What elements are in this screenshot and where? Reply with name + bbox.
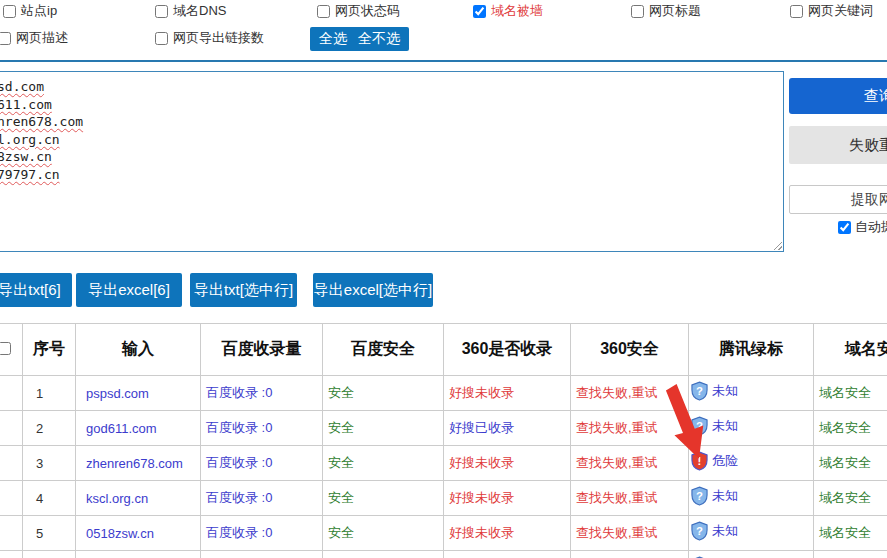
domain-line: nren678.com (0, 113, 783, 131)
select-all-rows-checkbox[interactable] (0, 342, 11, 355)
domain-link[interactable]: zhenren678.com (86, 456, 183, 471)
filter-option[interactable]: 网页标题 (631, 2, 701, 20)
filter-checkbox[interactable] (0, 32, 11, 45)
so360-safe-retry-link[interactable]: 查找失败,重试 (576, 525, 658, 540)
table-row: 4 kscl.org.cn 百度收录 :0 安全 好搜未收录 查找失败,重试 ?… (0, 481, 887, 516)
baidu-index-link[interactable]: 百度收录 :0 (206, 385, 272, 400)
baidu-index-link[interactable]: 百度收录 :0 (206, 455, 272, 470)
auto-extract-option[interactable]: 自动提取 (838, 218, 887, 236)
export-txt-selected-button[interactable]: 导出txt[选中行] (190, 273, 297, 307)
domain-link[interactable]: kscl.org.cn (86, 491, 148, 506)
domain-safe-link[interactable]: 域名安全 (819, 420, 871, 435)
domain-safe-link[interactable]: 域名安全 (819, 490, 871, 505)
row-number: 2 (23, 411, 76, 446)
filter-label: 网页状态码 (335, 2, 400, 20)
page: 站点ip域名DNS网页状态码域名被墙网页标题网页关键词 网页描述网页导出链接数 … (0, 0, 887, 558)
header-tencent: 腾讯绿标 (689, 324, 814, 376)
tencent-status-link[interactable]: 未知 (712, 383, 738, 398)
table-row: ? (0, 551, 887, 558)
domain-link[interactable]: god611.com (86, 421, 157, 436)
results-table: 序号 输入 百度收录量 百度安全 360是否收录 360安全 腾讯绿标 域名安全… (0, 323, 887, 558)
tencent-shield-icon: ? (691, 381, 708, 401)
auto-extract-checkbox[interactable] (838, 221, 851, 234)
shield-glyph: ! (698, 455, 702, 467)
extract-urls-button[interactable]: 提取网址 (789, 185, 887, 214)
domain-safe-link[interactable]: 域名安全 (819, 525, 871, 540)
filter-checkbox[interactable] (155, 32, 168, 45)
domain-list-textarea[interactable]: sd.com611.comnren678.coml.org.cn8zsw.cn7… (0, 71, 784, 252)
domain-line: 79797.cn (0, 166, 783, 184)
filter-label: 站点ip (21, 2, 57, 20)
header-360-safe: 360安全 (571, 324, 689, 376)
retry-failed-button[interactable]: 失败重查 (789, 126, 887, 164)
baidu-safe-status: 安全 (328, 420, 354, 435)
filter-option[interactable]: 网页导出链接数 (155, 29, 264, 47)
export-excel-selected-button[interactable]: 导出excel[选中行] (313, 273, 433, 307)
filter-label: 域名被墙 (491, 2, 543, 20)
export-excel-button[interactable]: 导出excel[6] (76, 273, 182, 307)
shield-glyph: ? (696, 525, 703, 537)
baidu-index-link[interactable]: 百度收录 :0 (206, 420, 272, 435)
filter-checkbox[interactable] (473, 5, 486, 18)
filter-label: 网页关键词 (808, 2, 873, 20)
tencent-shield-icon: ? (691, 416, 708, 436)
header-seq: 序号 (23, 324, 76, 376)
domain-line: 8zsw.cn (0, 148, 783, 166)
query-button[interactable]: 查询 (789, 78, 887, 114)
filter-label: 网页标题 (649, 2, 701, 20)
domain-safe-link[interactable]: 域名安全 (819, 455, 871, 470)
row-number: 1 (23, 376, 76, 411)
filter-option[interactable]: 站点ip (3, 2, 57, 20)
so360-safe-retry-link[interactable]: 查找失败,重试 (576, 385, 658, 400)
header-baidu-index: 百度收录量 (201, 324, 323, 376)
section-divider (0, 60, 887, 62)
filter-option[interactable]: 域名DNS (155, 2, 226, 20)
tencent-status-link[interactable]: 未知 (712, 418, 738, 433)
filter-checkbox[interactable] (790, 5, 803, 18)
so360-safe-retry-link[interactable]: 查找失败,重试 (576, 490, 658, 505)
tencent-status-link[interactable]: 未知 (712, 488, 738, 503)
tencent-shield-icon: ? (691, 486, 708, 506)
filter-label: 域名DNS (173, 2, 226, 20)
baidu-index-link[interactable]: 百度收录 :0 (206, 525, 272, 540)
filter-checkbox[interactable] (155, 5, 168, 18)
table-header-row: 序号 输入 百度收录量 百度安全 360是否收录 360安全 腾讯绿标 域名安全 (0, 324, 887, 376)
tencent-shield-icon: ! (691, 451, 708, 471)
so360-index-status: 好搜未收录 (449, 455, 514, 470)
export-txt-button[interactable]: 导出txt[6] (0, 273, 72, 307)
filter-option[interactable]: 网页关键词 (790, 2, 873, 20)
filter-option[interactable]: 网页描述 (0, 29, 68, 47)
so360-safe-retry-link[interactable]: 查找失败,重试 (576, 420, 658, 435)
filter-label: 网页描述 (16, 29, 68, 47)
so360-safe-retry-link[interactable]: 查找失败,重试 (576, 455, 658, 470)
tencent-shield-icon: ? (691, 521, 708, 541)
baidu-safe-status: 安全 (328, 525, 354, 540)
shield-glyph: ? (696, 420, 703, 432)
auto-extract-label: 自动提取 (855, 218, 887, 236)
filter-option[interactable]: 网页状态码 (317, 2, 400, 20)
filter-checkbox[interactable] (317, 5, 330, 18)
so360-index-status: 好搜未收录 (449, 385, 514, 400)
filter-checkbox[interactable] (3, 5, 16, 18)
domain-link[interactable]: 0518zsw.cn (86, 526, 154, 541)
filter-label: 网页导出链接数 (173, 29, 264, 47)
filter-row-1: 站点ip域名DNS网页状态码域名被墙网页标题网页关键词 (0, 2, 887, 22)
filter-checkbox[interactable] (631, 5, 644, 18)
header-input: 输入 (76, 324, 201, 376)
header-baidu-safe: 百度安全 (323, 324, 444, 376)
tencent-status-link[interactable]: 危险 (712, 453, 738, 468)
domain-safe-link[interactable]: 域名安全 (819, 385, 871, 400)
domain-line: l.org.cn (0, 131, 783, 149)
textarea-resize-handle[interactable] (771, 239, 782, 250)
row-number: 5 (23, 516, 76, 551)
select-none-button[interactable]: 全不选 (349, 27, 409, 51)
baidu-index-link[interactable]: 百度收录 :0 (206, 490, 272, 505)
row-number (23, 551, 76, 558)
shield-glyph: ? (696, 385, 703, 397)
tencent-status-link[interactable]: 未知 (712, 523, 738, 538)
so360-index-status: 好搜未收录 (449, 490, 514, 505)
domain-link[interactable]: pspsd.com (86, 386, 149, 401)
filter-option[interactable]: 域名被墙 (473, 2, 543, 20)
table-row: 3 zhenren678.com 百度收录 :0 安全 好搜未收录 查找失败,重… (0, 446, 887, 481)
so360-index-status: 好搜已收录 (449, 420, 514, 435)
